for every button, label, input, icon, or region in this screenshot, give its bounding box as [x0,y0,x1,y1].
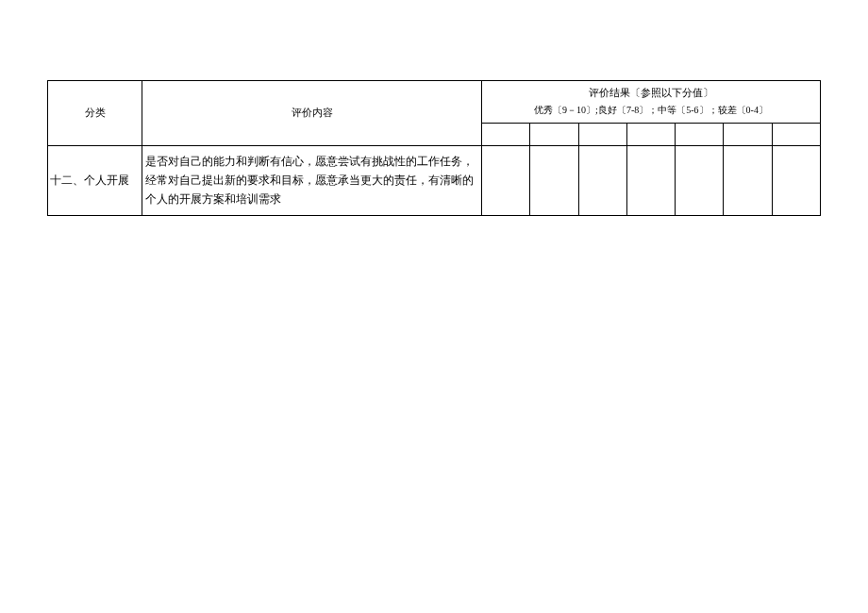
cell-score-3[interactable] [578,145,626,215]
header-score-col-2 [530,123,578,145]
header-result: 评价结果〔参照以下分值〕 优秀〔9－10〕;良好〔7-8〕；中等〔5-6〕；较差… [482,81,821,124]
cell-score-2[interactable] [530,145,578,215]
cell-category: 十二、个人开展 [48,145,142,215]
table-row: 十二、个人开展 是否对自己的能力和判断有信心，愿意尝试有挑战性的工作任务，经常对… [48,145,821,215]
header-score-col-3 [578,123,626,145]
header-result-title-text: 评价结果〔参照以下分值〕 [485,85,817,102]
header-score-col-6 [724,123,772,145]
cell-score-4[interactable] [626,145,675,215]
cell-score-1[interactable] [482,145,530,215]
header-content: 评价内容 [142,81,482,146]
header-score-col-5 [676,123,724,145]
cell-score-7[interactable] [772,145,820,215]
header-category: 分类 [48,81,142,146]
cell-content: 是否对自己的能力和判断有信心，愿意尝试有挑战性的工作任务，经常对自己提出新的要求… [142,145,482,215]
header-score-col-4 [626,123,675,145]
evaluation-table: 分类 评价内容 评价结果〔参照以下分值〕 优秀〔9－10〕;良好〔7-8〕；中等… [47,80,821,216]
table-header-row-1: 分类 评价内容 评价结果〔参照以下分值〕 优秀〔9－10〕;良好〔7-8〕；中等… [48,81,821,124]
header-score-col-7 [772,123,820,145]
header-result-scale-text: 优秀〔9－10〕;良好〔7-8〕；中等〔5-6〕；较差〔0-4〕 [485,102,817,119]
header-score-col-1 [482,123,530,145]
cell-score-6[interactable] [724,145,772,215]
cell-score-5[interactable] [676,145,724,215]
